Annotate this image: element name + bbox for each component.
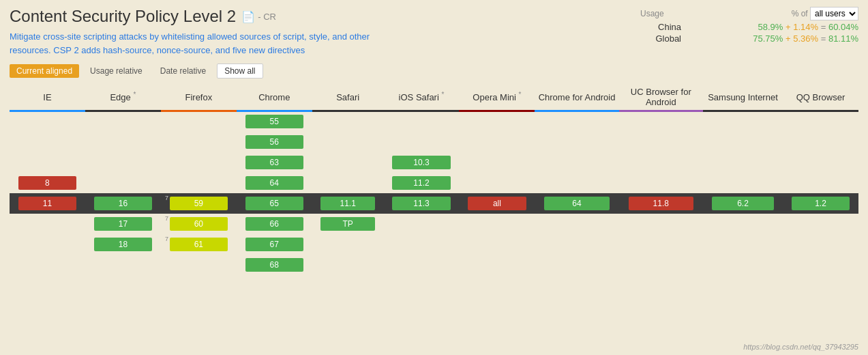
cell-samsung-empty [703,111,783,132]
cell-chrome-64: 64 [237,173,312,193]
cell-uc-empty4 [619,173,703,193]
cell-edge-empty [85,111,161,132]
global-stats-row: Global 75.75% + 5.36% = 81.11% [640,33,858,44]
cell-ca-empty [535,111,618,132]
current-version-row: 11 16 759 65 11.1 11.3 all 64 11.8 6.2 1… [10,193,858,214]
cell-firefox-empty7 [161,255,237,275]
cell-safari-empty [312,111,384,132]
cell-opera-empty4 [459,173,535,193]
show-all-button[interactable]: Show all [217,63,263,79]
browser-table-wrapper: IE Edge * Firefox Chrome Safari iOS Safa… [0,84,868,275]
date-relative-button[interactable]: Date relative [153,64,213,78]
doc-icon: 📄 [241,10,255,23]
table-row: 56 [10,132,858,152]
cell-safari-tp: TP [312,214,384,234]
cell-edge-empty3 [85,152,161,173]
cell-qq-empty2 [783,132,858,152]
header-uc: UC Browser for Android [619,84,703,111]
cell-ios-empty7 [384,255,460,275]
cell-samsung-empty6 [703,234,783,255]
stats-area: Usage % of all users China 58.9% + 1.14%… [640,7,858,57]
cell-uc-empty [619,111,703,132]
cell-opera-empty2 [459,132,535,152]
cell-safari-111: 11.1 [312,193,384,214]
cell-ie-empty3 [10,152,85,173]
cell-ios-112: 11.2 [384,173,460,193]
cell-uc-empty7 [619,255,703,275]
cell-qq-empty5 [783,214,858,234]
china-values: 58.9% + 1.14% = 60.04% [758,22,859,32]
header-chrome-android: Chrome for Android [535,84,618,111]
cell-safari-empty4 [312,173,384,193]
cell-ios-empty5 [384,214,460,234]
cell-chrome-56: 56 [237,132,312,152]
cell-qq-empty7 [783,255,858,275]
header-chrome: Chrome [237,84,312,111]
stats-header: Usage % of all users [640,7,858,20]
cell-ios-empty2 [384,132,460,152]
cell-uc-118: 11.8 [619,193,703,214]
cell-qq-empty [783,111,858,132]
description: Mitigate cross-site scripting attacks by… [10,30,405,57]
cell-uc-empty3 [619,152,703,173]
china-label: China [640,22,681,32]
cell-samsung-empty2 [703,132,783,152]
user-select[interactable]: all users [810,7,858,20]
header-samsung: Samsung Internet [703,84,783,111]
header-opera: Opera Mini * [459,84,535,111]
top-section: Content Security Policy Level 2 📄 - CR M… [0,0,868,61]
table-row: 63 10.3 [10,152,858,173]
header-qq: QQ Browser [783,84,858,111]
title-text: Content Security Policy Level 2 [10,7,236,26]
header-ie: IE [10,84,85,111]
cell-ios-empty6 [384,234,460,255]
cell-ie-empty [10,111,85,132]
compatibility-table: IE Edge * Firefox Chrome Safari iOS Safa… [10,84,858,275]
cell-samsung-empty3 [703,152,783,173]
header-firefox: Firefox [161,84,237,111]
cell-ie-8: 8 [10,173,85,193]
watermark: https://blog.csdn.net/qq_37943295 [743,343,858,351]
cell-uc-empty2 [619,132,703,152]
current-aligned-button[interactable]: Current aligned [10,64,79,78]
cell-chrome-68: 68 [237,255,312,275]
browser-header-row: IE Edge * Firefox Chrome Safari iOS Safa… [10,84,858,111]
cell-ie-empty5 [10,214,85,234]
cell-safari-empty2 [312,132,384,152]
cell-firefox-empty [161,111,237,132]
cell-edge-16: 16 [85,193,161,214]
filter-bar: Current aligned Usage relative Date rela… [0,61,868,84]
cell-qq-empty4 [783,173,858,193]
cell-samsung-empty5 [703,214,783,234]
cell-ios-103: 10.3 [384,152,460,173]
cell-opera-empty3 [459,152,535,173]
cell-ca-empty7 [535,255,618,275]
cell-edge-empty4 [85,173,161,193]
cell-firefox-empty3 [161,152,237,173]
title-area: Content Security Policy Level 2 📄 - CR M… [10,7,640,57]
cell-opera-empty6 [459,234,535,255]
cell-ios-empty [384,111,460,132]
cell-edge-empty7 [85,255,161,275]
cell-opera-empty7 [459,255,535,275]
cell-opera-all: all [459,193,535,214]
global-label: Global [640,33,681,44]
usage-relative-button[interactable]: Usage relative [83,64,149,78]
cell-safari-empty7 [312,255,384,275]
cell-ca-empty4 [535,173,618,193]
cell-ca-empty3 [535,152,618,173]
cell-ie-empty7 [10,255,85,275]
cell-chrome-66: 66 [237,214,312,234]
cell-chrome-55: 55 [237,111,312,132]
cell-uc-empty6 [619,234,703,255]
cell-samsung-empty4 [703,173,783,193]
cell-safari-empty6 [312,234,384,255]
cell-ca-64: 64 [535,193,618,214]
usage-label: Usage [640,9,664,18]
global-values: 75.75% + 5.36% = 81.11% [753,33,858,44]
cell-opera-empty5 [459,214,535,234]
table-row: 18 761 67 [10,234,858,255]
china-stats-row: China 58.9% + 1.14% = 60.04% [640,22,858,32]
cell-edge-17: 17 [85,214,161,234]
cell-opera-empty [459,111,535,132]
